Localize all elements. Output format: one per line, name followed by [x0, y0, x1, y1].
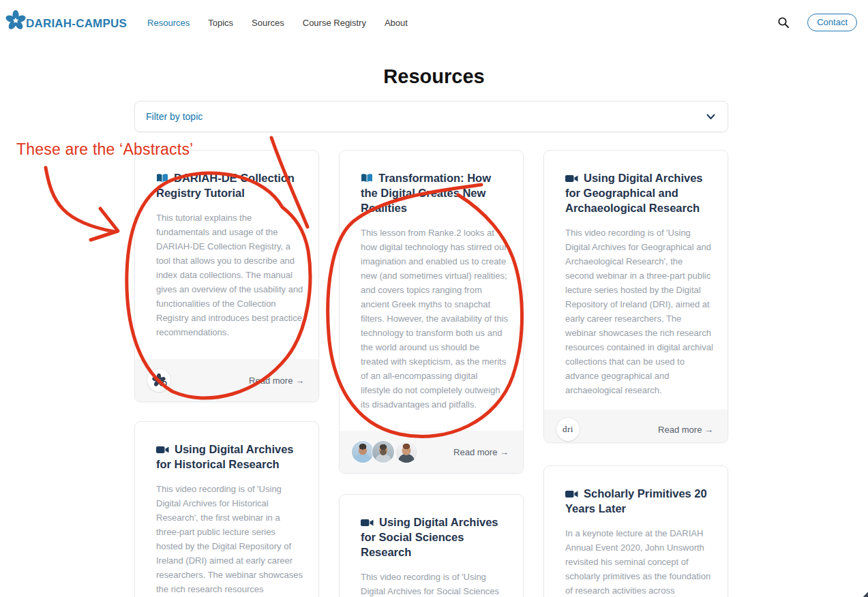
dariah-flower-icon — [5, 10, 26, 31]
read-more-link[interactable]: Read more → — [249, 376, 304, 386]
author-avatar — [352, 441, 374, 463]
resource-card[interactable]: Scholarly Primitives 20 Years Later In a… — [543, 465, 728, 597]
card-content: Using Digital Archives for Historical Re… — [135, 422, 318, 597]
card-abstract: This video recording is of 'Using Digita… — [565, 226, 713, 397]
resource-card[interactable]: Using Digital Archives for Social Scienc… — [339, 494, 524, 597]
top-navigation-bar: DARIAH-CAMPUS Resources Topics Sources C… — [0, 0, 868, 45]
resource-card[interactable]: Transformation: How the Digital Creates … — [339, 150, 524, 474]
card-title-text: DARIAH-DE Collection Registry Tutorial — [156, 172, 295, 199]
nav-item-sources[interactable]: Sources — [252, 18, 284, 28]
card-title-text: Using Digital Archives for Social Scienc… — [361, 516, 498, 558]
card-title[interactable]: Using Digital Archives for Historical Re… — [156, 442, 304, 472]
card-title[interactable]: Transformation: How the Digital Creates … — [361, 170, 509, 215]
contact-button[interactable]: Contact — [807, 14, 857, 31]
book-icon — [156, 173, 168, 183]
card-title-text: Transformation: How the Digital Creates … — [361, 172, 491, 214]
card-title-text: Using Digital Archives for Historical Re… — [156, 443, 294, 470]
card-title[interactable]: DARIAH-DE Collection Registry Tutorial — [156, 170, 304, 200]
card-abstract: This tutorial explains the fundamentals … — [156, 211, 304, 339]
card-content: Scholarly Primitives 20 Years Later In a… — [544, 466, 728, 597]
card-abstract: In a keynote lecture at the DARIAH Annua… — [565, 526, 713, 597]
author-avatar — [395, 441, 417, 463]
resource-card[interactable]: Using Digital Archives for Historical Re… — [134, 421, 319, 597]
card-content: Using Digital Archives for Social Scienc… — [340, 495, 523, 597]
card-content: Transformation: How the Digital Creates … — [340, 151, 523, 431]
dariah-de-d-letter: D — [162, 380, 167, 388]
filter-label: Filter by topic — [146, 111, 203, 122]
author-avatars — [352, 441, 417, 463]
nav-item-course-registry[interactable]: Course Registry — [303, 18, 366, 28]
card-title[interactable]: Scholarly Primitives 20 Years Later — [565, 486, 713, 516]
dariah-campus-logo[interactable]: DARIAH-CAMPUS — [5, 14, 127, 31]
card-content: DARIAH-DE Collection Registry Tutorial T… — [135, 151, 318, 359]
card-abstract: This video recording is of 'Using Digita… — [156, 482, 304, 597]
card-abstract: This video recording is of 'Using Digita… — [361, 570, 509, 597]
card-footer: dri Read more → — [544, 410, 728, 443]
logo-wordmark: DARIAH-CAMPUS — [26, 17, 127, 31]
page-title: Resources — [0, 65, 868, 88]
read-more-link[interactable]: Read more → — [658, 425, 713, 435]
dri-logo-text: dri — [563, 424, 573, 435]
read-more-link[interactable]: Read more → — [453, 447, 509, 457]
card-footer: Read more → — [340, 431, 523, 473]
card-title[interactable]: Using Digital Archives for Geographical … — [565, 170, 713, 215]
scrollbar-corner[interactable] — [863, 592, 868, 597]
author-avatar — [372, 441, 394, 463]
resource-card[interactable]: Using Digital Archives for Geographical … — [543, 150, 728, 443]
card-title[interactable]: Using Digital Archives for Social Scienc… — [361, 515, 509, 560]
card-abstract: This lesson from Ranke.2 looks at how di… — [361, 226, 509, 412]
nav-item-topics[interactable]: Topics — [208, 18, 233, 28]
dariah-de-logo: D — [147, 369, 170, 392]
video-icon — [565, 489, 578, 499]
book-icon — [361, 173, 373, 183]
nav-item-resources[interactable]: Resources — [147, 18, 190, 28]
card-content: Using Digital Archives for Geographical … — [544, 151, 728, 410]
annotation-arrow-head — [91, 209, 118, 240]
main-nav: Resources Topics Sources Course Registry… — [147, 18, 408, 28]
card-title-text: Scholarly Primitives 20 Years Later — [565, 487, 707, 515]
header-actions: Contact — [777, 14, 868, 31]
resource-card[interactable]: DARIAH-DE Collection Registry Tutorial T… — [134, 150, 319, 402]
nav-item-about[interactable]: About — [385, 18, 408, 28]
video-icon — [361, 518, 374, 527]
filter-by-topic-dropdown[interactable]: Filter by topic — [134, 101, 728, 132]
search-icon[interactable] — [777, 16, 790, 29]
annotation-arrow-shaft — [46, 168, 115, 232]
card-title-text: Using Digital Archives for Geographical … — [565, 172, 703, 214]
chevron-down-icon — [706, 114, 715, 120]
card-footer: D Read more → — [135, 359, 318, 401]
video-icon — [156, 445, 169, 455]
video-icon — [565, 174, 578, 183]
dri-logo: dri — [556, 418, 580, 441]
